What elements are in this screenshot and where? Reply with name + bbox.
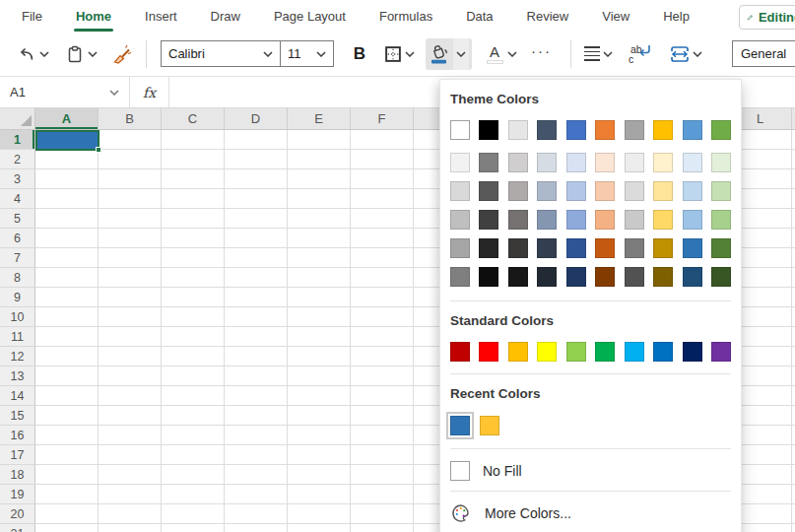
theme-color-swatch[interactable]	[625, 267, 644, 287]
chevron-down-icon[interactable]	[405, 51, 415, 57]
chevron-down-icon[interactable]	[507, 51, 517, 57]
theme-color-swatch[interactable]	[566, 153, 586, 172]
chevron-down-icon[interactable]	[603, 51, 613, 57]
theme-color-swatch[interactable]	[508, 153, 528, 172]
column-header-C[interactable]: C	[162, 108, 225, 129]
row-header-5[interactable]: 5	[0, 209, 35, 229]
theme-color-swatch[interactable]	[479, 181, 498, 201]
theme-color-swatch[interactable]	[595, 267, 615, 287]
borders-button[interactable]	[381, 38, 418, 70]
theme-color-swatch[interactable]	[625, 120, 644, 140]
theme-color-swatch[interactable]	[711, 267, 731, 287]
theme-color-swatch[interactable]	[537, 181, 557, 201]
menu-tab-help[interactable]: Help	[663, 9, 690, 24]
theme-color-swatch[interactable]	[566, 181, 586, 201]
editing-mode-button[interactable]: Editing	[739, 5, 795, 30]
theme-color-swatch[interactable]	[625, 210, 644, 230]
theme-color-swatch[interactable]	[508, 120, 528, 140]
standard-color-swatch[interactable]	[537, 342, 557, 362]
standard-color-swatch[interactable]	[595, 342, 615, 362]
menu-tab-draw[interactable]: Draw	[211, 9, 240, 24]
row-header-16[interactable]: 16	[0, 426, 35, 445]
theme-color-swatch[interactable]	[711, 181, 731, 201]
standard-color-swatch[interactable]	[711, 342, 731, 362]
alignment-button[interactable]	[581, 38, 616, 70]
theme-color-swatch[interactable]	[653, 267, 673, 287]
theme-color-swatch[interactable]	[625, 238, 644, 258]
row-header-7[interactable]: 7	[0, 248, 35, 268]
name-box[interactable]: A1	[0, 77, 130, 107]
theme-color-swatch[interactable]	[508, 238, 528, 258]
menu-tab-view[interactable]: View	[602, 9, 629, 24]
row-header-1[interactable]: 1	[0, 130, 35, 150]
column-header-A[interactable]: A	[35, 108, 99, 129]
row-header-8[interactable]: 8	[0, 268, 35, 288]
row-header-4[interactable]: 4	[0, 189, 35, 209]
theme-color-swatch[interactable]	[711, 120, 731, 140]
theme-color-swatch[interactable]	[595, 181, 615, 201]
more-colors-option[interactable]: More Colors...	[450, 501, 731, 525]
theme-color-swatch[interactable]	[653, 181, 673, 201]
row-header-21[interactable]: 21	[0, 524, 35, 532]
theme-color-swatch[interactable]	[683, 238, 702, 258]
row-header-2[interactable]: 2	[0, 150, 35, 169]
theme-color-swatch[interactable]	[566, 267, 586, 287]
theme-color-swatch[interactable]	[653, 153, 673, 172]
font-size-select[interactable]: 11	[280, 40, 334, 67]
theme-color-swatch[interactable]	[595, 238, 615, 258]
font-color-button[interactable]: A	[482, 38, 520, 70]
theme-color-swatch[interactable]	[537, 153, 557, 172]
theme-color-swatch[interactable]	[566, 238, 586, 258]
row-header-11[interactable]: 11	[0, 327, 35, 347]
theme-color-swatch[interactable]	[479, 153, 498, 172]
chevron-down-icon[interactable]	[693, 51, 702, 57]
theme-color-swatch[interactable]	[683, 267, 702, 287]
menu-tab-data[interactable]: Data	[466, 9, 493, 24]
theme-color-swatch[interactable]	[450, 210, 470, 230]
recent-color-swatch[interactable]	[480, 416, 499, 435]
row-header-15[interactable]: 15	[0, 406, 35, 426]
number-format-select[interactable]: General	[732, 40, 795, 67]
column-header-F[interactable]: F	[351, 108, 414, 129]
row-header-13[interactable]: 13	[0, 366, 35, 386]
standard-color-swatch[interactable]	[566, 342, 586, 362]
merge-center-button[interactable]	[667, 38, 705, 70]
format-painter-button[interactable]	[108, 38, 136, 70]
theme-color-swatch[interactable]	[450, 267, 470, 287]
undo-button[interactable]	[14, 38, 52, 70]
theme-color-swatch[interactable]	[450, 238, 470, 258]
insert-function-button[interactable]: fx	[130, 77, 169, 107]
theme-color-swatch[interactable]	[595, 210, 615, 230]
theme-color-swatch[interactable]	[683, 120, 702, 140]
theme-color-swatch[interactable]	[508, 181, 528, 201]
theme-color-swatch[interactable]	[450, 153, 470, 172]
theme-color-swatch[interactable]	[566, 210, 586, 230]
theme-color-swatch[interactable]	[450, 120, 470, 140]
theme-color-swatch[interactable]	[537, 210, 557, 230]
theme-color-swatch[interactable]	[653, 210, 673, 230]
fill-handle[interactable]	[96, 147, 101, 153]
theme-color-swatch[interactable]	[683, 181, 702, 201]
menu-tab-formulas[interactable]: Formulas	[379, 9, 432, 24]
theme-color-swatch[interactable]	[653, 120, 673, 140]
column-header-B[interactable]: B	[99, 108, 162, 129]
theme-color-swatch[interactable]	[537, 120, 557, 140]
row-header-18[interactable]: 18	[0, 465, 35, 485]
column-header-E[interactable]: E	[288, 108, 351, 129]
column-header-D[interactable]: D	[225, 108, 288, 129]
row-header-10[interactable]: 10	[0, 307, 35, 327]
row-header-19[interactable]: 19	[0, 485, 35, 504]
theme-color-swatch[interactable]	[683, 153, 702, 172]
paste-button[interactable]	[62, 38, 100, 70]
selected-cell[interactable]	[35, 130, 99, 151]
more-font-options-button[interactable]: ···	[528, 35, 555, 67]
standard-color-swatch[interactable]	[653, 342, 673, 362]
chevron-down-icon[interactable]	[39, 51, 49, 57]
theme-color-swatch[interactable]	[595, 153, 615, 172]
menu-tab-review[interactable]: Review	[527, 9, 569, 24]
row-header-20[interactable]: 20	[0, 504, 35, 524]
row-header-6[interactable]: 6	[0, 229, 35, 248]
theme-color-swatch[interactable]	[625, 153, 644, 172]
theme-color-swatch[interactable]	[537, 238, 557, 258]
font-name-select[interactable]: Calibri	[161, 40, 281, 67]
